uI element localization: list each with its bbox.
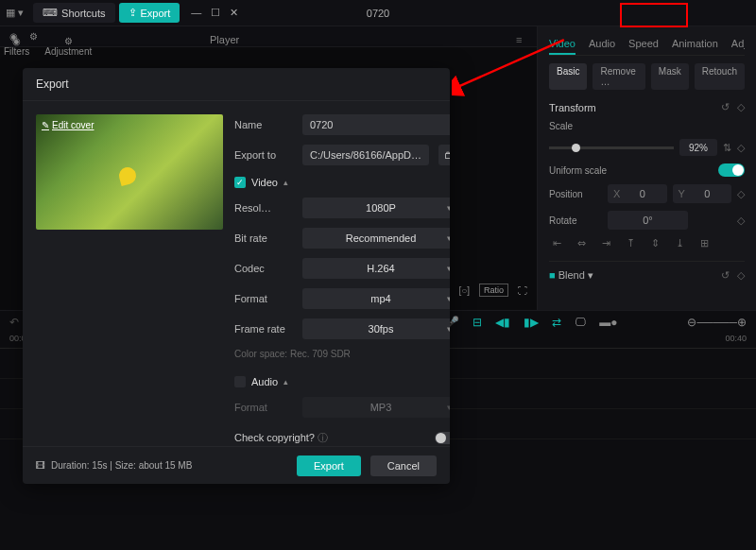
tab-animation[interactable]: Animation — [672, 34, 718, 55]
codec-select[interactable]: H.264▾ — [302, 258, 450, 279]
dialog-title: Export — [23, 68, 450, 101]
chevron-up-icon: ▴ — [284, 377, 288, 387]
maximize-icon[interactable]: ☐ — [211, 7, 220, 19]
position-label: Position — [549, 189, 602, 199]
colorspace-info: Color space: Rec. 709 SDR — [234, 349, 450, 359]
info-icon[interactable]: ⓘ — [315, 432, 328, 443]
caret-down-icon: ▾ — [447, 233, 450, 243]
align-top-icon[interactable]: ⤒ — [623, 237, 638, 249]
project-title: 0720 — [367, 8, 389, 19]
player-controls: [○] Ratio ⛶ — [458, 284, 527, 297]
audio-checkbox[interactable] — [234, 376, 246, 387]
blend-keyframe-icon[interactable]: ◇ — [737, 269, 745, 282]
export-to-input[interactable]: C:/Users/86166/AppD… — [302, 145, 429, 165]
focus-icon[interactable]: [○] — [458, 285, 470, 296]
minimize-icon[interactable]: — — [191, 7, 201, 19]
blend-title: Blend — [558, 269, 585, 281]
caret-down-icon: ▾ — [447, 203, 450, 213]
align-vcenter-icon[interactable]: ⇕ — [647, 237, 662, 249]
rotate-keyframe-icon[interactable]: ◇ — [737, 215, 745, 227]
align-hcenter-icon[interactable]: ⇔ — [574, 237, 589, 249]
track-icon[interactable]: ▬● — [599, 316, 617, 329]
copyright-label: Check copyright? — [234, 432, 315, 443]
align-right-icon[interactable]: ⇥ — [598, 237, 613, 249]
copyright-toggle[interactable] — [435, 432, 450, 444]
filters-tool-full[interactable]: ◉Filters — [4, 36, 29, 57]
subtab-basic[interactable]: Basic — [549, 63, 587, 90]
transform-title: Transform — [549, 102, 596, 113]
split-icon[interactable]: ⊟ — [472, 316, 482, 329]
fullscreen-icon[interactable]: ⛶ — [518, 285, 527, 296]
rotate-label: Rotate — [549, 215, 602, 226]
player-menu-icon[interactable]: ≡ — [516, 34, 522, 45]
shortcuts-label: Shortcuts — [61, 8, 105, 19]
ruler-end: 00:40 — [725, 334, 747, 348]
subtab-remove[interactable]: Remove … — [593, 63, 644, 90]
video-section-toggle[interactable]: ✓ Video ▴ — [234, 177, 450, 188]
bitrate-label: Bit rate — [234, 232, 293, 244]
position-keyframe-icon[interactable]: ◇ — [737, 188, 745, 200]
caret-down-icon: ▾ — [447, 294, 450, 303]
tab-video[interactable]: Video — [549, 34, 576, 55]
position-y-input[interactable]: Y0 — [673, 184, 732, 203]
bitrate-select[interactable]: Recommended▾ — [302, 228, 450, 249]
shortcuts-button[interactable]: ⌨ Shortcuts — [33, 3, 114, 23]
zoom-slider-icon[interactable]: ⊖─────⊕ — [687, 316, 747, 329]
scale-stepper-icon[interactable]: ⇅ — [723, 142, 731, 154]
subtab-retouch[interactable]: Retouch — [695, 63, 745, 90]
keyframe-icon[interactable]: ◇ — [737, 101, 745, 113]
scale-keyframe-icon[interactable]: ◇ — [737, 142, 745, 154]
pencil-icon: ✎ — [42, 120, 49, 130]
align-bottom-icon[interactable]: ⤓ — [672, 237, 687, 249]
name-label: Name — [234, 119, 293, 130]
framerate-select[interactable]: 30fps▾ — [302, 318, 450, 339]
export-button[interactable]: ⇪ Export — [119, 3, 180, 23]
uniform-toggle[interactable] — [718, 163, 745, 177]
film-icon: 🎞 — [36, 460, 45, 471]
rotate-input[interactable]: 0° — [608, 211, 688, 230]
caret-down-icon: ▾ — [447, 264, 450, 273]
format-label: Format — [234, 293, 293, 304]
properties-panel: Video Audio Speed Animation Adjust Basic… — [537, 26, 756, 310]
align-left-icon[interactable]: ⇤ — [549, 237, 564, 249]
properties-tabs: Video Audio Speed Animation Adjust — [549, 34, 745, 56]
monitor-icon[interactable]: 🖵 — [575, 316, 586, 329]
tab-audio[interactable]: Audio — [589, 34, 615, 55]
tab-adjust[interactable]: Adjust — [731, 34, 745, 55]
adjustment-tool-full[interactable]: ⚙Adjustment — [44, 36, 92, 57]
trim-right-icon[interactable]: ▮▶ — [524, 316, 539, 329]
reset-icon[interactable]: ↺ — [721, 101, 730, 113]
layout-icon[interactable]: ▦ ▾ — [6, 7, 24, 19]
video-checkbox[interactable]: ✓ — [234, 177, 246, 188]
export-confirm-button[interactable]: Export — [297, 455, 361, 476]
undo-icon[interactable]: ↶ — [9, 316, 19, 329]
export-label: Export — [141, 8, 171, 19]
browse-folder-button[interactable]: 🗀 — [438, 145, 450, 165]
name-input[interactable]: 0720 — [302, 114, 450, 135]
blend-reset-icon[interactable]: ↺ — [721, 269, 730, 282]
subtab-mask[interactable]: Mask — [651, 63, 689, 90]
resolution-select[interactable]: 1080P▾ — [302, 198, 450, 218]
align-distribute-icon[interactable]: ⊞ — [696, 237, 712, 249]
cancel-button[interactable]: Cancel — [370, 455, 437, 476]
trim-left-icon[interactable]: ◀▮ — [495, 316, 510, 329]
audio-section-toggle[interactable]: Audio ▴ — [234, 376, 450, 387]
tab-speed[interactable]: Speed — [628, 34, 659, 55]
ratio-button[interactable]: Ratio — [479, 284, 508, 297]
close-icon[interactable]: ✕ — [230, 7, 238, 19]
uniform-label: Uniform scale — [549, 165, 607, 176]
keyboard-icon: ⌨ — [43, 7, 58, 19]
folder-icon: 🗀 — [444, 149, 451, 161]
edit-cover-link[interactable]: ✎ Edit cover — [42, 120, 94, 130]
properties-subtabs: Basic Remove … Mask Retouch — [549, 63, 745, 90]
link-icon[interactable]: ⇄ — [552, 316, 561, 329]
align-buttons: ⇤ ⇔ ⇥ ⤒ ⇕ ⤓ ⊞ — [549, 237, 745, 249]
cover-thumbnail[interactable]: ✎ Edit cover — [36, 114, 223, 230]
position-x-input[interactable]: X0 — [608, 184, 667, 203]
top-bar: 0720 ▦ ▾ ⌨ Shortcuts ⇪ Export — ☐ ✕ — [0, 0, 756, 26]
scale-slider[interactable] — [549, 146, 674, 149]
format-select[interactable]: mp4▾ — [302, 288, 450, 309]
scale-value[interactable]: 92% — [679, 139, 717, 156]
framerate-label: Frame rate — [234, 323, 293, 335]
caret-down-icon: ▾ — [447, 324, 450, 334]
